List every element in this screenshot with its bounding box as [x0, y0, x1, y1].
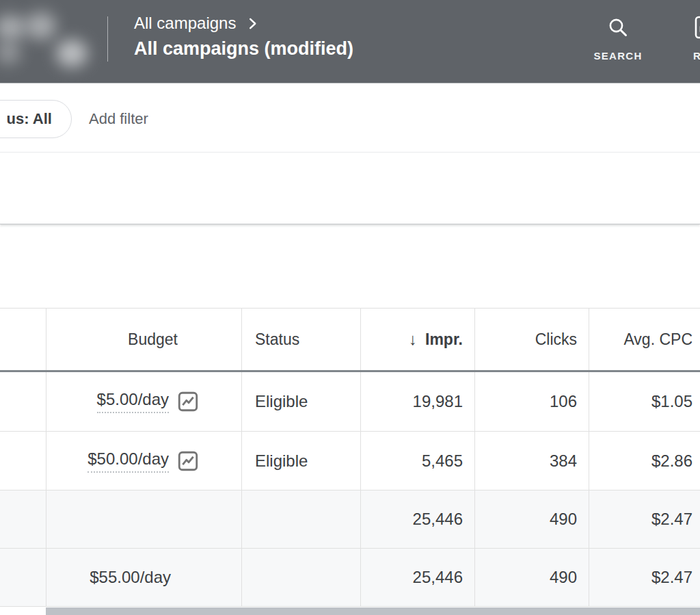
avg-cpc-cell: $1.05: [589, 372, 700, 431]
impressions-cell: 25,446: [360, 549, 474, 606]
clicks-cell: 106: [474, 372, 589, 431]
impressions-header-label: Impr.: [425, 330, 463, 349]
table-row-total-account: $55.00/day 25,446 490 $2.47: [0, 549, 700, 607]
avg-cpc-value: $2.47: [651, 568, 692, 587]
bid-strategy-chart-icon[interactable]: [176, 390, 200, 413]
clicks-cell: 490: [474, 549, 589, 606]
budget-cell[interactable]: $5.00/day: [46, 372, 241, 431]
avg-cpc-value: $2.86: [651, 452, 692, 471]
sort-descending-icon: ↓: [409, 330, 417, 349]
filter-toolbar-card: us: All Add filter: [0, 83, 700, 224]
table-header-left-stub: [0, 309, 46, 370]
blur-blob: [0, 15, 26, 40]
google-ads-screen: All campaigns All campaigns (modified) S…: [0, 0, 700, 615]
column-header-status[interactable]: Status: [241, 309, 360, 370]
column-header-avg-cpc[interactable]: Avg. CPC: [589, 309, 700, 370]
status-cell: [241, 549, 360, 606]
campaigns-table: Budget Status ↓ Impr. Clicks Avg. CPC $5…: [0, 308, 700, 607]
impressions-value: 25,446: [413, 510, 463, 529]
reports-icon: [693, 15, 700, 42]
impressions-cell: 25,446: [360, 490, 474, 548]
avg-cpc-value: $1.05: [651, 392, 692, 411]
filter-chip-label: us: All: [7, 110, 52, 128]
impressions-cell: 19,981: [360, 372, 474, 431]
page-title: All campaigns (modified): [134, 38, 353, 60]
status-cell: Eligible: [241, 372, 360, 431]
toolbar-divider: [0, 152, 700, 153]
table-row-total-filtered: 25,446 490 $2.47: [0, 490, 700, 549]
search-label: SEARCH: [593, 50, 642, 62]
row-left-stub: [0, 490, 46, 548]
budget-value: $55.00/day: [90, 568, 171, 587]
reports-label: REP: [693, 50, 700, 62]
search-icon: [606, 15, 630, 42]
table-row-campaign-2: $50.00/day Eligible 5,465 384 $2.86: [0, 432, 700, 490]
breadcrumb: All campaigns All campaigns (modified): [134, 14, 353, 60]
app-bar-divider: [107, 16, 108, 62]
status-header-label: Status: [255, 330, 299, 349]
add-filter-label: Add filter: [89, 110, 148, 128]
clicks-value: 106: [550, 392, 577, 411]
breadcrumb-parent-label[interactable]: All campaigns: [134, 14, 236, 33]
account-logo-blurred: [0, 0, 109, 83]
status-cell: [241, 490, 360, 548]
budget-value[interactable]: $5.00/day: [97, 390, 169, 413]
blur-blob: [0, 41, 21, 64]
add-filter-button[interactable]: Add filter: [89, 100, 148, 138]
clicks-value: 490: [550, 568, 577, 587]
campaign-status-filter-chip[interactable]: us: All: [0, 100, 72, 138]
blur-blob: [56, 40, 88, 67]
blur-blob: [26, 12, 56, 40]
column-header-budget[interactable]: Budget: [46, 309, 241, 370]
budget-cell: $55.00/day: [46, 549, 241, 606]
column-header-impressions[interactable]: ↓ Impr.: [360, 309, 474, 370]
row-left-stub: [0, 549, 46, 606]
app-bar: All campaigns All campaigns (modified) S…: [0, 0, 700, 83]
row-left-stub: [0, 432, 46, 490]
clicks-cell: 384: [474, 432, 589, 490]
horizontal-scrollbar-track: [0, 607, 700, 615]
avg-cpc-header-label: Avg. CPC: [623, 330, 692, 349]
impressions-value: 19,981: [413, 392, 463, 411]
status-value: Eligible: [255, 392, 308, 411]
reports-button[interactable]: REP: [693, 15, 700, 62]
budget-header-label: Budget: [128, 330, 178, 349]
budget-cell: [46, 490, 241, 548]
breadcrumb-parent[interactable]: All campaigns: [134, 14, 353, 33]
impressions-value: 5,465: [422, 452, 463, 471]
avg-cpc-cell: $2.47: [589, 549, 700, 606]
bid-strategy-chart-icon[interactable]: [176, 449, 200, 473]
clicks-value: 490: [550, 510, 577, 529]
clicks-cell: 490: [474, 490, 589, 548]
budget-cell[interactable]: $50.00/day: [46, 432, 241, 490]
clicks-header-label: Clicks: [535, 330, 577, 349]
avg-cpc-cell: $2.86: [589, 432, 700, 490]
clicks-value: 384: [550, 452, 577, 471]
row-left-stub: [0, 372, 46, 431]
avg-cpc-cell: $2.47: [589, 490, 700, 548]
horizontal-scrollbar[interactable]: [46, 607, 700, 615]
status-cell: Eligible: [241, 432, 360, 490]
chevron-right-icon: [246, 17, 259, 30]
budget-value[interactable]: $50.00/day: [88, 449, 169, 473]
column-header-clicks[interactable]: Clicks: [474, 309, 589, 370]
impressions-cell: 5,465: [360, 432, 474, 490]
table-header-row: Budget Status ↓ Impr. Clicks Avg. CPC: [0, 309, 700, 372]
search-button[interactable]: SEARCH: [587, 15, 649, 62]
table-row-campaign-1: $5.00/day Eligible 19,981 106 $1.05: [0, 372, 700, 432]
status-value: Eligible: [255, 452, 308, 471]
avg-cpc-value: $2.47: [651, 510, 692, 529]
impressions-value: 25,446: [413, 568, 463, 587]
